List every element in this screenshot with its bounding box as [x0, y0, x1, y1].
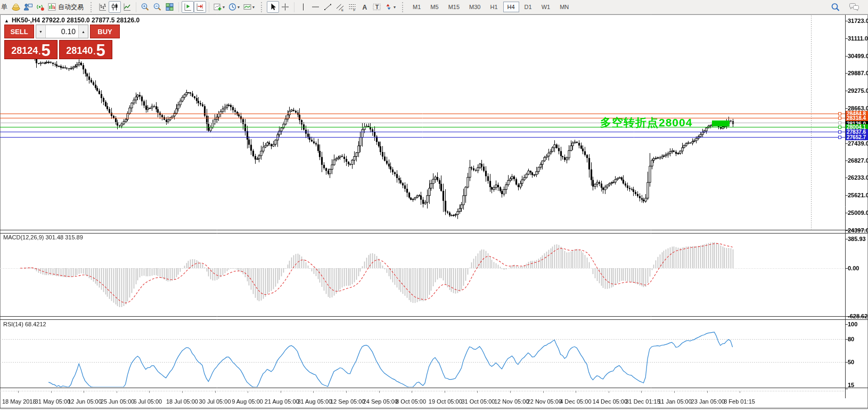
toolbar: 单自动交易▾▾▾EFAT▾M1M5M15M30H1H4D1W1MN — [0, 0, 868, 14]
sell-price-int: 28124 — [11, 44, 38, 58]
crosshair-button[interactable] — [279, 1, 291, 13]
chart-canvas[interactable] — [0, 0, 868, 410]
line-chart-button[interactable] — [121, 1, 133, 13]
fibonacci-button[interactable]: F — [346, 1, 358, 13]
toolbar-right — [829, 1, 868, 13]
new-order-icon[interactable] — [10, 1, 22, 13]
toolbar-grip — [402, 2, 405, 12]
svg-text:T: T — [375, 4, 379, 10]
trendline-button[interactable] — [322, 1, 334, 13]
profiles-button[interactable]: ▾ — [227, 1, 242, 13]
channel-button[interactable]: E — [334, 1, 346, 13]
toolbar-separator — [136, 2, 136, 12]
templates-button[interactable]: ▾ — [242, 1, 257, 13]
autotrading-button[interactable]: 自动交易 — [46, 1, 86, 13]
tf-h4-button[interactable]: H4 — [503, 2, 519, 12]
tf-m15-button[interactable]: M15 — [444, 2, 464, 12]
tf-m30-button[interactable]: M30 — [465, 2, 485, 12]
buy-price-display[interactable]: 28140.5 — [59, 40, 112, 59]
volume-spinner: ▼ 0.10 ▲ — [36, 25, 88, 38]
signals-icon[interactable] — [34, 1, 46, 13]
horizontal-line-button[interactable] — [309, 1, 322, 13]
volume-increase-button[interactable]: ▲ — [78, 25, 88, 38]
svg-text:F: F — [354, 9, 356, 12]
candlestick-button[interactable] — [109, 1, 121, 13]
toolbar-separator — [294, 2, 294, 12]
auto-scroll-button[interactable] — [182, 1, 194, 13]
tile-windows-button[interactable] — [163, 1, 176, 13]
chat-button[interactable] — [848, 1, 861, 13]
sell-price-dot: . — [38, 45, 40, 58]
vertical-line-button[interactable] — [297, 1, 309, 13]
toolbar-separator — [178, 2, 179, 12]
sell-price-frac: 5 — [41, 43, 50, 58]
arrows-button-dropdown-icon[interactable]: ▾ — [394, 5, 396, 10]
svg-text:A: A — [363, 4, 367, 11]
search-button[interactable] — [829, 1, 841, 13]
toolbar-separator — [209, 2, 209, 12]
tf-m5-button[interactable]: M5 — [426, 2, 443, 12]
order-label: 单 — [1, 3, 7, 12]
svg-text:E: E — [341, 9, 343, 12]
tf-w1-button[interactable]: W1 — [537, 2, 555, 12]
volume-decrease-button[interactable]: ▼ — [36, 25, 46, 38]
zoom-out-button[interactable] — [151, 1, 163, 13]
toolbar-grip — [261, 2, 264, 12]
sell-button[interactable]: SELL — [4, 25, 34, 38]
one-click-trading-panel: SELL ▼ 0.10 ▲ BUY 28124.5 28140.5 — [4, 25, 120, 59]
community-icon[interactable] — [22, 1, 34, 13]
cursor-button[interactable] — [267, 1, 279, 13]
sell-price-display[interactable]: 28124.5 — [4, 40, 58, 59]
buy-price-dot: . — [93, 45, 95, 58]
zoom-in-button[interactable] — [139, 1, 151, 13]
profiles-button-dropdown-icon[interactable]: ▾ — [238, 5, 240, 10]
tf-h1-button[interactable]: H1 — [486, 2, 502, 12]
bar-chart-button[interactable] — [96, 1, 109, 13]
buy-price-int: 28140 — [66, 44, 93, 58]
volume-input[interactable]: 0.10 — [46, 25, 78, 38]
buy-price-frac: 5 — [96, 43, 105, 58]
tf-d1-button[interactable]: D1 — [520, 2, 536, 12]
chart-shift-button[interactable] — [194, 1, 206, 13]
toolbar-grip — [91, 2, 94, 12]
arrows-button[interactable]: ▾ — [383, 1, 398, 13]
collapse-arrow-icon[interactable]: ▲ — [4, 18, 9, 23]
new-chart-button-dropdown-icon[interactable]: ▾ — [223, 5, 225, 10]
buy-button[interactable]: BUY — [90, 25, 120, 38]
text-button[interactable]: A — [358, 1, 371, 13]
tf-m1-button[interactable]: M1 — [408, 2, 425, 12]
tf-mn-button[interactable]: MN — [555, 2, 573, 12]
new-chart-button[interactable]: ▾ — [212, 1, 227, 13]
templates-button-dropdown-icon[interactable]: ▾ — [252, 5, 255, 10]
label-button[interactable]: T — [371, 1, 383, 13]
